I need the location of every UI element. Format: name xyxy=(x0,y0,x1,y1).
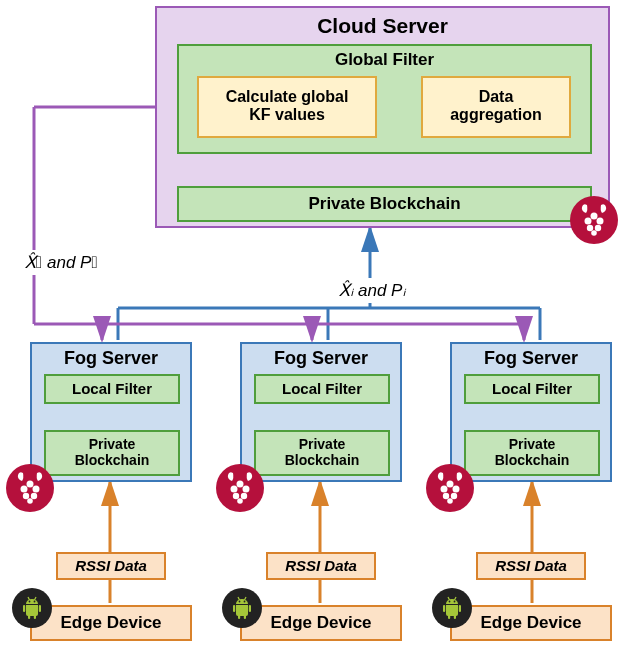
svg-rect-35 xyxy=(238,615,240,619)
svg-line-29 xyxy=(28,597,30,600)
svg-point-16 xyxy=(233,493,239,499)
raspberry-pi-glyph xyxy=(579,203,609,237)
data-agg-label: Data aggregation xyxy=(450,88,542,123)
calc-kf-box: Calculate global KF values xyxy=(197,76,377,138)
svg-point-40 xyxy=(244,601,246,603)
fog-private-bc-label: Private Blockchain xyxy=(75,436,150,468)
svg-point-1 xyxy=(591,213,598,220)
xi-pi-label: X̂ᵢ and Pᵢ xyxy=(302,278,442,303)
svg-point-21 xyxy=(453,486,460,493)
edge-device-1: Edge Device xyxy=(30,605,192,641)
svg-rect-25 xyxy=(23,605,25,612)
raspberry-pi-icon xyxy=(6,464,54,512)
xf-pf-label: X̂𝑓 and P𝑓 xyxy=(6,250,116,275)
svg-point-4 xyxy=(587,225,593,231)
edge-device-3: Edge Device xyxy=(450,605,612,641)
svg-rect-33 xyxy=(233,605,235,612)
rssi-label-1: RSSI Data xyxy=(56,552,166,580)
svg-point-19 xyxy=(447,481,454,488)
svg-rect-28 xyxy=(34,615,36,619)
android-icon xyxy=(432,588,472,628)
svg-point-23 xyxy=(451,493,457,499)
svg-point-20 xyxy=(441,486,448,493)
svg-point-47 xyxy=(449,601,451,603)
svg-point-14 xyxy=(231,486,238,493)
edge-device-2: Edge Device xyxy=(240,605,402,641)
svg-point-12 xyxy=(27,498,33,504)
svg-point-6 xyxy=(591,230,597,236)
svg-line-38 xyxy=(245,597,247,600)
svg-line-45 xyxy=(448,597,450,600)
svg-point-39 xyxy=(239,601,241,603)
svg-point-2 xyxy=(585,218,592,225)
fog-server-2: Fog Server Local Filter Private Blockcha… xyxy=(240,342,402,482)
svg-point-22 xyxy=(443,493,449,499)
svg-rect-34 xyxy=(249,605,251,612)
svg-point-10 xyxy=(23,493,29,499)
rssi-label-3: RSSI Data xyxy=(476,552,586,580)
fog-local-filter-2: Local Filter xyxy=(254,374,390,404)
fog-local-filter-1: Local Filter xyxy=(44,374,180,404)
fog-local-filter-3: Local Filter xyxy=(464,374,600,404)
raspberry-pi-icon xyxy=(216,464,264,512)
rssi-label-2: RSSI Data xyxy=(266,552,376,580)
fog-title-2: Fog Server xyxy=(242,348,400,369)
svg-line-30 xyxy=(35,597,37,600)
global-filter-box: Global Filter Calculate global KF values… xyxy=(177,44,592,154)
calc-kf-label: Calculate global KF values xyxy=(226,88,349,123)
svg-line-46 xyxy=(455,597,457,600)
svg-point-32 xyxy=(34,601,36,603)
global-filter-title: Global Filter xyxy=(179,50,590,70)
svg-point-31 xyxy=(29,601,31,603)
svg-point-24 xyxy=(447,498,453,504)
svg-point-3 xyxy=(597,218,604,225)
svg-line-37 xyxy=(238,597,240,600)
svg-rect-44 xyxy=(454,615,456,619)
fog-private-bc-3: Private Blockchain xyxy=(464,430,600,476)
fog-private-bc-2: Private Blockchain xyxy=(254,430,390,476)
svg-point-48 xyxy=(454,601,456,603)
svg-point-9 xyxy=(33,486,40,493)
fog-server-3: Fog Server Local Filter Private Blockcha… xyxy=(450,342,612,482)
android-icon xyxy=(222,588,262,628)
raspberry-pi-icon xyxy=(570,196,618,244)
data-agg-box: Data aggregation xyxy=(421,76,571,138)
fog-private-bc-1: Private Blockchain xyxy=(44,430,180,476)
svg-point-18 xyxy=(237,498,243,504)
svg-point-8 xyxy=(21,486,28,493)
svg-rect-43 xyxy=(448,615,450,619)
cloud-private-bc-label: Private Blockchain xyxy=(308,194,460,213)
svg-point-17 xyxy=(241,493,247,499)
fog-title-1: Fog Server xyxy=(32,348,190,369)
cloud-private-bc-box: Private Blockchain xyxy=(177,186,592,222)
svg-point-7 xyxy=(27,481,34,488)
fog-server-1: Fog Server Local Filter Private Blockcha… xyxy=(30,342,192,482)
fog-title-3: Fog Server xyxy=(452,348,610,369)
cloud-server-box: Cloud Server Global Filter Calculate glo… xyxy=(155,6,610,228)
svg-point-13 xyxy=(237,481,244,488)
fog-local-filter-label: Local Filter xyxy=(72,380,152,397)
svg-rect-41 xyxy=(443,605,445,612)
svg-point-15 xyxy=(243,486,250,493)
svg-rect-42 xyxy=(459,605,461,612)
svg-point-5 xyxy=(595,225,601,231)
svg-point-11 xyxy=(31,493,37,499)
svg-rect-27 xyxy=(28,615,30,619)
cloud-server-title: Cloud Server xyxy=(157,14,608,38)
edge-device-label: Edge Device xyxy=(60,613,161,632)
svg-rect-26 xyxy=(39,605,41,612)
android-icon xyxy=(12,588,52,628)
raspberry-pi-icon xyxy=(426,464,474,512)
svg-rect-36 xyxy=(244,615,246,619)
